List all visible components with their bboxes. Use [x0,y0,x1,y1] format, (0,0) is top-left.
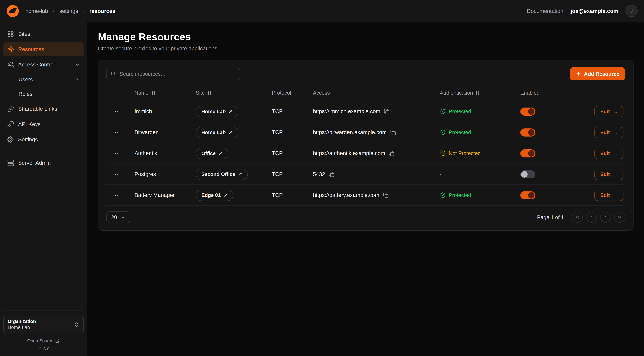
copy-icon[interactable] [383,192,388,198]
edit-button[interactable]: Edit → [594,190,624,201]
sidebar-item-api-keys[interactable]: API Keys [3,117,84,131]
arrow-right-icon: → [612,130,618,135]
row-actions-button[interactable]: ⋯ [113,170,123,178]
add-resource-button[interactable]: Add Resource [570,67,625,80]
sort-icon [476,90,480,95]
sidebar-item-users[interactable]: Users [3,73,84,86]
sidebar-item-roles[interactable]: Roles [3,88,84,101]
breadcrumb-home-lab[interactable]: home-lab [25,8,48,14]
sidebar-item-server-admin[interactable]: Server Admin [3,156,84,170]
sidebar-item-sites[interactable]: Sites [3,27,84,41]
auth-status: Protected [440,108,471,114]
chevron-right-icon [603,215,608,220]
organization-selector[interactable]: Organization Home Lab [3,316,84,334]
protocol: TCP [272,171,283,177]
toggle-knob [528,129,534,136]
copy-icon[interactable] [384,108,390,114]
enabled-toggle[interactable] [520,149,535,157]
arrow-up-right-icon: ↗ [238,172,242,177]
header-enabled-cell: Enabled [520,90,575,96]
app-root: home-lab settings resources Documentatio… [0,0,644,356]
site-link[interactable]: Home Lab ↗ [196,106,238,117]
app-logo[interactable] [6,5,19,17]
chevron-right-icon [51,8,56,13]
resource-name: Authentik [134,150,157,156]
edit-button[interactable]: Edit → [594,127,624,138]
chevron-left-icon [589,215,594,220]
site-name: Edge 01 [202,192,221,198]
copy-icon[interactable] [329,172,334,177]
auth-status: Protected [440,129,471,135]
last-page-button[interactable] [614,212,625,223]
chevron-right-icon [75,77,80,82]
avatar[interactable]: J [626,5,638,17]
access-url: https://authentik.example.com [313,150,385,156]
edit-button[interactable]: Edit → [594,148,624,159]
page-info: Page 1 of 1 [537,214,564,220]
site-link[interactable]: Home Lab ↗ [196,127,238,138]
enabled-toggle[interactable] [520,170,535,178]
open-source-link[interactable]: Open Source [3,338,84,343]
page-size-select[interactable]: 20 [106,212,130,223]
external-link-icon [55,338,60,343]
user-email[interactable]: joe@example.com [570,8,618,14]
row-actions-button[interactable]: ⋯ [113,107,123,116]
site-name: Home Lab [202,130,226,135]
key-icon [7,121,14,128]
access-url: https://immich.example.com [313,108,380,114]
sidebar-item-resources[interactable]: Resources [3,42,84,56]
copy-icon[interactable] [389,150,394,156]
protocol: TCP [272,150,283,156]
sidebar-item-access-control[interactable]: Access Control [3,58,84,72]
gear-icon [7,136,14,143]
sidebar-item-label: Server Admin [18,160,51,166]
open-source-label: Open Source [27,338,53,343]
site-link[interactable]: Second Office ↗ [196,168,248,180]
sort-by-name-button[interactable]: Name [134,90,156,96]
edit-label: Edit [600,150,610,156]
search-box [106,68,240,80]
breadcrumb-settings[interactable]: settings [59,8,78,14]
edit-label: Edit [600,172,610,177]
shield-check-icon [440,129,446,135]
sidebar-bottom: Organization Home Lab Open Source v1.3.0 [3,310,84,351]
enabled-toggle[interactable] [520,128,535,136]
link-icon [7,106,14,112]
copy-icon[interactable] [390,130,396,135]
chevrons-up-down-icon [74,322,79,328]
sidebar-item-label: Access Control [18,62,55,68]
edit-button[interactable]: Edit → [594,168,624,180]
organization-value: Home Lab [8,324,36,330]
enabled-toggle[interactable] [520,191,535,199]
row-actions-button[interactable]: ⋯ [113,128,123,136]
enabled-toggle[interactable] [520,108,535,116]
organization-text: Organization Home Lab [8,319,36,330]
page-title: Manage Resources [98,31,634,43]
sidebar-item-label: Sites [18,31,30,37]
topbar: home-lab settings resources Documentatio… [0,0,644,22]
resource-name: Bitwarden [134,129,159,135]
site-link[interactable]: Office ↗ [196,148,228,159]
next-page-button[interactable] [600,212,611,223]
prev-page-button[interactable] [586,212,597,223]
edit-button[interactable]: Edit → [594,106,624,117]
site-link[interactable]: Edge 01 ↗ [196,190,233,201]
sort-by-authentication-button[interactable]: Authentication [440,90,480,96]
site-name: Home Lab [202,108,226,114]
topbar-right: Documentation joe@example.com J [527,5,638,17]
arrow-up-right-icon: ↗ [228,109,232,114]
sidebar-item-settings[interactable]: Settings [3,132,84,146]
auth-status-label: Not Protected [449,150,481,156]
sites-grid-icon [7,30,14,38]
sort-by-site-button[interactable]: Site [196,90,212,96]
sidebar-item-shareable-links[interactable]: Shareable Links [3,102,84,116]
table-row: ⋯ Authentik Office ↗ TCP https://authent… [106,143,625,164]
chevron-down-icon [75,62,80,67]
search-input[interactable] [106,68,240,80]
row-actions-button[interactable]: ⋯ [113,149,123,158]
breadcrumb-resources[interactable]: resources [89,8,115,14]
documentation-link[interactable]: Documentation [527,8,563,14]
first-page-button[interactable] [572,212,583,223]
auth-status: Protected [440,192,471,198]
row-actions-button[interactable]: ⋯ [113,191,123,199]
